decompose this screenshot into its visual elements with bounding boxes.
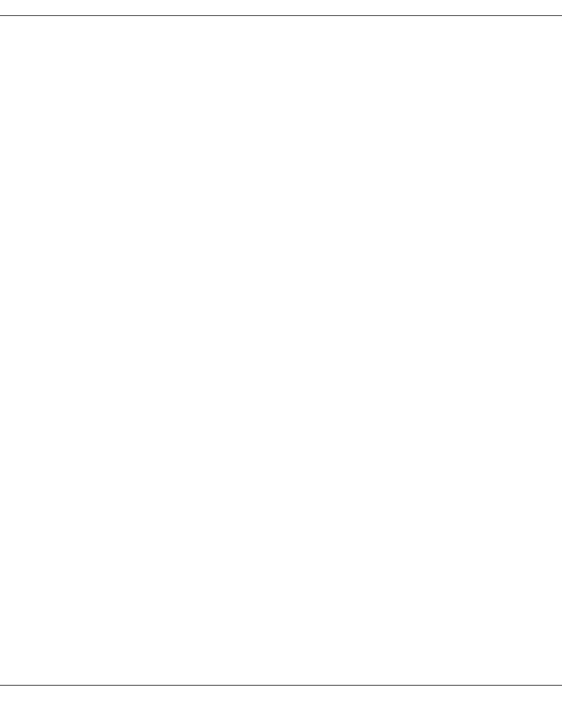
page-header — [0, 0, 562, 16]
page-footer — [0, 685, 562, 693]
